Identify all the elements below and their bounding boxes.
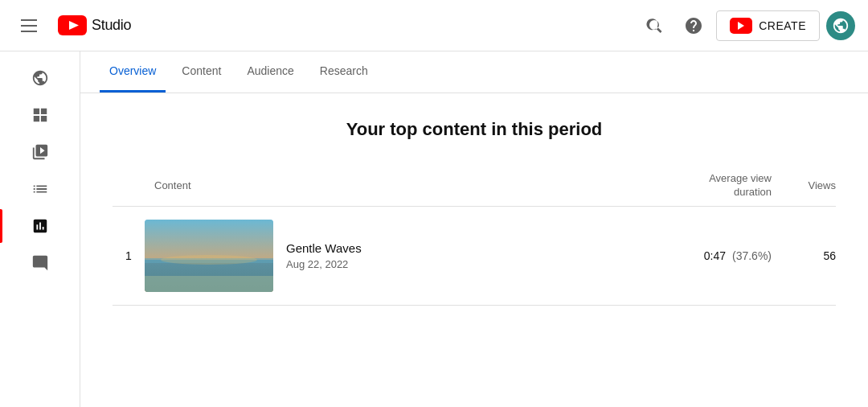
video-thumbnail[interactable] <box>145 220 273 292</box>
table-row: 1 <box>113 207 836 306</box>
help-button[interactable] <box>678 10 710 42</box>
svg-rect-5 <box>145 276 273 292</box>
sidebar-item-channel[interactable] <box>0 61 80 95</box>
create-button[interactable]: CREATE <box>716 10 820 41</box>
create-icon <box>730 18 752 34</box>
studio-label: Studio <box>92 17 131 34</box>
tab-content[interactable]: Content <box>172 51 231 92</box>
globe-icon <box>832 17 850 35</box>
help-icon <box>684 16 703 35</box>
avg-time: 0:47 <box>704 249 726 262</box>
avg-view-value: 0:47 (37.6%) <box>643 249 772 262</box>
table-header: Content Average view duration Views <box>113 166 836 207</box>
sidebar-item-content[interactable] <box>0 135 80 169</box>
thumbnail-image <box>145 220 273 292</box>
sidebar <box>0 51 80 407</box>
comments-icon <box>31 254 49 272</box>
sidebar-item-playlists[interactable] <box>0 172 80 206</box>
search-icon <box>645 16 665 35</box>
sidebar-item-comments[interactable] <box>0 246 80 280</box>
col-avg-view-header: Average view duration <box>643 172 772 199</box>
header-left: Studio <box>13 10 131 42</box>
avatar[interactable] <box>826 11 855 40</box>
globe-sidebar-icon <box>31 69 49 87</box>
logo: Studio <box>58 15 131 35</box>
play-icon <box>31 143 49 161</box>
video-title: Gentle Waves <box>286 241 643 255</box>
section-title: Your top content in this period <box>113 119 836 140</box>
header-right: CREATE <box>639 10 855 42</box>
tab-audience[interactable]: Audience <box>237 51 303 92</box>
tab-overview[interactable]: Overview <box>100 51 166 92</box>
video-date: Aug 22, 2022 <box>286 258 643 270</box>
sidebar-item-dashboard[interactable] <box>0 98 80 132</box>
tab-research[interactable]: Research <box>310 51 378 92</box>
content-area: Overview Content Audience Research Your … <box>80 51 868 407</box>
analytics-icon <box>31 217 49 235</box>
col-views-header: Views <box>772 179 836 191</box>
inner-content: Your top content in this period Content … <box>80 93 868 325</box>
create-label: CREATE <box>759 19 806 32</box>
playlist-icon <box>31 180 49 198</box>
avg-pct: (37.6%) <box>732 249 772 262</box>
search-button[interactable] <box>639 10 671 42</box>
col-content-header: Content <box>145 179 643 191</box>
views-value: 56 <box>772 249 836 262</box>
main-layout: Overview Content Audience Research Your … <box>0 51 868 407</box>
row-rank: 1 <box>113 249 145 262</box>
sidebar-item-analytics[interactable] <box>0 209 80 243</box>
header: Studio CREATE <box>0 0 868 51</box>
dashboard-icon <box>31 106 49 124</box>
menu-button[interactable] <box>13 10 45 42</box>
tabs-bar: Overview Content Audience Research <box>80 51 868 93</box>
svg-point-6 <box>161 255 257 265</box>
youtube-logo-icon <box>58 15 87 35</box>
video-info: Gentle Waves Aug 22, 2022 <box>273 241 643 270</box>
